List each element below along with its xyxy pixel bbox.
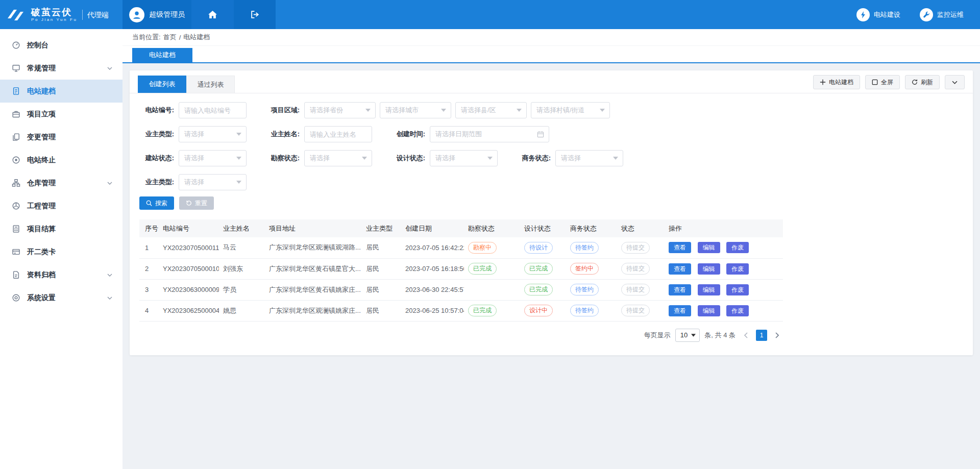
page-button-1[interactable]: 1 bbox=[756, 330, 767, 341]
sidebar-item-change-management[interactable]: 变更管理 bbox=[0, 126, 122, 149]
owner-type-select[interactable]: 请选择 bbox=[179, 126, 247, 142]
next-page-button[interactable] bbox=[772, 330, 783, 341]
app-header: 破茧云伏 Po Jian Yun Fu 代理端 超级管理员 bbox=[0, 0, 980, 29]
sidebar-item-warehouse-management[interactable]: 仓库管理 bbox=[0, 171, 122, 194]
date-range-picker[interactable]: 请选择日期范围 bbox=[430, 126, 549, 142]
col-actions: 操作 bbox=[665, 219, 783, 237]
fullscreen-label: 全屏 bbox=[881, 78, 893, 87]
cell-index: 1 bbox=[139, 237, 159, 258]
table-row: 4 YX2023062500004 姚思 广东深圳龙华区观澜镇姚家庄... 居民… bbox=[139, 300, 783, 321]
view-button[interactable]: 查看 bbox=[669, 263, 691, 275]
nav-station-construction[interactable]: 电站建设 bbox=[856, 8, 900, 21]
caret-down-icon bbox=[236, 157, 241, 160]
per-page-select[interactable]: 10 bbox=[675, 329, 700, 342]
business-status-select[interactable]: 请选择 bbox=[555, 150, 623, 166]
breadcrumb: 当前位置: 首页 / 电站建档 bbox=[122, 29, 980, 46]
town-select[interactable]: 请选择村镇/街道 bbox=[531, 102, 610, 118]
select-placeholder: 请选择省份 bbox=[310, 106, 343, 115]
business-status-badge: 待签约 bbox=[570, 242, 599, 254]
cell-address: 广东深圳龙华区观澜镇姚家庄... bbox=[265, 300, 362, 321]
city-select[interactable]: 请选择城市 bbox=[380, 102, 451, 118]
owner-type-2-select[interactable]: 请选择 bbox=[179, 174, 247, 190]
add-station-button[interactable]: 电站建档 bbox=[813, 75, 860, 89]
station-code-input[interactable] bbox=[179, 102, 247, 118]
design-status-badge: 待设计 bbox=[524, 242, 553, 254]
design-status-badge: 设计中 bbox=[524, 305, 553, 316]
table-row: 3 YX2023063000009 学员 广东深圳龙华区黄石镇姚家庄... 居民… bbox=[139, 279, 783, 300]
chevron-down-icon bbox=[107, 274, 112, 277]
void-button[interactable]: 作废 bbox=[726, 305, 749, 316]
logo-icon bbox=[7, 8, 27, 22]
cell-status: 待提交 bbox=[617, 300, 665, 321]
county-select[interactable]: 请选择县/区 bbox=[455, 102, 527, 118]
province-select[interactable]: 请选择省份 bbox=[304, 102, 376, 118]
collapse-button[interactable] bbox=[945, 75, 965, 89]
page-tab-station-filing[interactable]: 电站建档 bbox=[132, 48, 192, 62]
void-button[interactable]: 作废 bbox=[726, 263, 749, 275]
cell-owner-name: 学员 bbox=[219, 279, 265, 300]
edit-button[interactable]: 编辑 bbox=[698, 242, 720, 253]
cell-owner-type: 居民 bbox=[362, 258, 401, 279]
dashboard-icon bbox=[12, 41, 20, 50]
breadcrumb-current: 电站建档 bbox=[183, 33, 210, 42]
filter-label: 业主类型: bbox=[139, 178, 174, 187]
reset-button[interactable]: 重置 bbox=[179, 196, 214, 210]
chevron-down-icon bbox=[107, 67, 112, 70]
design-status-select[interactable]: 请选择 bbox=[430, 150, 498, 166]
view-button[interactable]: 查看 bbox=[669, 305, 691, 316]
page-tab-bar: 电站建档 bbox=[122, 46, 980, 63]
status-badge: 待提交 bbox=[621, 263, 650, 275]
cell-created: 2023-06-30 22:45:57 bbox=[401, 279, 464, 300]
cell-business-status: 待签约 bbox=[566, 237, 617, 258]
logout-button[interactable] bbox=[234, 0, 276, 29]
nav-label: 电站建设 bbox=[874, 10, 900, 19]
breadcrumb-home-link[interactable]: 首页 bbox=[163, 33, 177, 42]
select-placeholder: 请选择 bbox=[184, 178, 204, 187]
sidebar-item-system-settings[interactable]: 系统设置 bbox=[0, 286, 122, 309]
owner-name-input[interactable] bbox=[304, 126, 372, 142]
view-button[interactable]: 查看 bbox=[669, 242, 691, 253]
col-station-code: 电站编号 bbox=[159, 219, 219, 237]
col-owner-type: 业主类型 bbox=[362, 219, 401, 237]
filter-label: 业主类型: bbox=[139, 130, 174, 139]
survey-status-select[interactable]: 请选择 bbox=[304, 150, 372, 166]
briefcase-icon bbox=[12, 110, 20, 118]
fullscreen-button[interactable]: 全屏 bbox=[865, 75, 900, 89]
cell-created: 2023-06-25 10:57:04 bbox=[401, 300, 464, 321]
sidebar: 控制台 常规管理 电站建档 项目立项 bbox=[0, 29, 122, 469]
refresh-button[interactable]: 刷新 bbox=[905, 75, 940, 89]
sidebar-item-label: 变更管理 bbox=[27, 133, 56, 142]
edit-button[interactable]: 编辑 bbox=[698, 263, 720, 275]
sidebar-item-general-management[interactable]: 常规管理 bbox=[0, 57, 122, 80]
sidebar-item-data-archive[interactable]: 资料归档 bbox=[0, 263, 122, 286]
tab-passed-list[interactable]: 通过列表 bbox=[186, 76, 235, 93]
sidebar-item-station-filing[interactable]: 电站建档 bbox=[0, 80, 122, 103]
tab-create-list[interactable]: 创建列表 bbox=[138, 76, 186, 93]
view-button[interactable]: 查看 bbox=[669, 284, 691, 295]
sidebar-item-label: 电站建档 bbox=[27, 87, 56, 96]
filter-panel: 电站编号: 项目区域: 请选择省份 请选择城市 bbox=[130, 93, 973, 190]
prev-page-button[interactable] bbox=[740, 330, 751, 341]
avatar bbox=[129, 7, 144, 22]
build-status-select[interactable]: 请选择 bbox=[179, 150, 247, 166]
sidebar-item-project-initiation[interactable]: 项目立项 bbox=[0, 103, 122, 126]
cell-actions: 查看 编辑 作废 bbox=[665, 237, 783, 258]
search-button[interactable]: 搜索 bbox=[139, 196, 174, 210]
edit-button[interactable]: 编辑 bbox=[698, 305, 720, 316]
current-user[interactable]: 超级管理员 bbox=[122, 0, 191, 29]
edit-button[interactable]: 编辑 bbox=[698, 284, 720, 295]
select-placeholder: 请选择城市 bbox=[385, 106, 419, 115]
card-header: 创建列表 通过列表 电站建档 全屏 bbox=[130, 70, 973, 93]
sidebar-item-engineering-management[interactable]: 工程管理 bbox=[0, 194, 122, 217]
sidebar-item-station-termination[interactable]: 电站终止 bbox=[0, 149, 122, 171]
nav-monitoring-ops[interactable]: 监控运维 bbox=[920, 8, 964, 21]
void-button[interactable]: 作废 bbox=[726, 284, 749, 295]
sidebar-item-console[interactable]: 控制台 bbox=[0, 34, 122, 57]
business-status-badge: 待签约 bbox=[570, 284, 599, 295]
void-button[interactable]: 作废 bbox=[726, 242, 749, 253]
sidebar-item-class2-card[interactable]: 开二类卡 bbox=[0, 240, 122, 263]
home-button[interactable] bbox=[191, 0, 234, 29]
table-row: 1 YX2023070500011 马云 广东深圳龙华区观澜镇观湖路... 居民… bbox=[139, 237, 783, 258]
sidebar-item-project-settlement[interactable]: 项目结算 bbox=[0, 217, 122, 240]
cell-address: 广东深圳龙华区黄石镇姚家庄... bbox=[265, 279, 362, 300]
